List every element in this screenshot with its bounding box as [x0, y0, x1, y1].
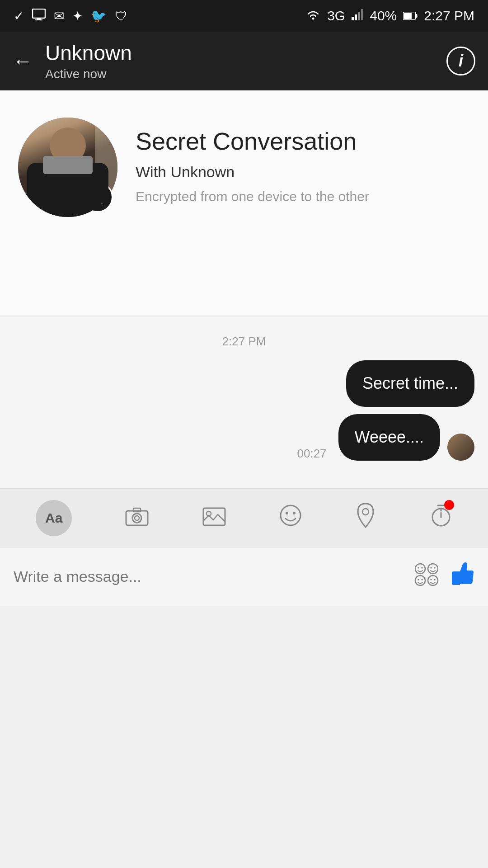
svg-point-32 — [421, 579, 423, 580]
signal-icon — [352, 9, 363, 24]
status-bar-left: ✓ ✉ ✦ 🐦 🛡 — [14, 9, 127, 24]
keyboard-button[interactable]: Aa — [36, 500, 72, 536]
svg-point-35 — [434, 579, 436, 580]
message-bubble-1: Secret time... — [346, 360, 474, 407]
svg-point-3 — [312, 17, 314, 19]
info-icon: i — [459, 52, 463, 71]
emoji-button[interactable] — [279, 504, 302, 532]
input-bar — [0, 547, 488, 606]
avatar — [18, 118, 117, 217]
svg-point-20 — [286, 512, 288, 514]
status-bar: ✓ ✉ ✦ 🐦 🛡 3G — [0, 0, 488, 32]
table-row: Secret time... — [14, 360, 474, 407]
gallery-icon — [202, 505, 226, 532]
battery-text: 40% — [370, 8, 397, 24]
secret-desc: Encrypted from one device to the other — [136, 187, 369, 206]
message-input[interactable] — [14, 561, 403, 593]
table-row: 00:27 Weeee.... — [14, 414, 474, 461]
action-bar: Aa — [0, 488, 488, 547]
settings-icon: ✦ — [72, 9, 83, 24]
svg-point-21 — [293, 512, 296, 514]
svg-rect-1 — [37, 18, 41, 19]
shield-icon: 🛡 — [115, 9, 127, 24]
network-label: 3G — [327, 8, 345, 24]
message-time-2: 00:27 — [297, 447, 327, 461]
svg-point-27 — [428, 564, 438, 574]
svg-rect-7 — [361, 9, 363, 20]
emoji-face-icon — [279, 504, 302, 532]
info-button[interactable]: i — [446, 47, 475, 75]
svg-point-15 — [135, 516, 139, 520]
thumbs-up-button[interactable] — [450, 561, 474, 592]
time-display: 2:27 PM — [424, 8, 474, 24]
secret-card-text: Secret Conversation With Unknown Encrypt… — [136, 118, 369, 206]
emoji-grid-button[interactable] — [414, 562, 439, 591]
screen-icon — [32, 9, 46, 24]
contact-name: Unknown — [45, 41, 446, 65]
header-info: Unknown Active now — [45, 41, 446, 81]
svg-point-33 — [428, 576, 438, 585]
location-icon — [355, 503, 376, 533]
svg-rect-0 — [33, 9, 45, 18]
camera-button[interactable] — [125, 505, 149, 532]
svg-point-29 — [434, 567, 436, 569]
timer-notification-dot — [444, 500, 454, 510]
status-bar-right: 3G 40% 2:27 PM — [305, 8, 474, 24]
svg-rect-4 — [352, 17, 354, 20]
svg-rect-17 — [203, 508, 225, 525]
twitter-icon: 🐦 — [91, 9, 107, 24]
secret-title: Secret Conversation — [136, 127, 369, 156]
secret-card: Secret Conversation With Unknown Encrypt… — [0, 90, 488, 316]
keyboard-icon: Aa — [36, 500, 72, 536]
location-button[interactable] — [355, 503, 376, 533]
contact-status: Active now — [45, 67, 446, 81]
gallery-button[interactable] — [202, 505, 226, 532]
battery-icon — [403, 9, 418, 23]
svg-point-24 — [415, 564, 425, 574]
wifi-icon — [305, 9, 321, 24]
camera-icon — [125, 505, 149, 532]
svg-point-14 — [132, 514, 141, 523]
message-bubble-2: Weeee.... — [338, 414, 440, 461]
app-header: ← Unknown Active now i — [0, 32, 488, 90]
svg-rect-6 — [358, 12, 360, 20]
svg-rect-9 — [416, 14, 418, 18]
svg-rect-10 — [404, 13, 412, 19]
svg-point-25 — [418, 567, 419, 569]
secret-with: With Unknown — [136, 163, 369, 181]
chat-area: Secret Conversation With Unknown Encrypt… — [0, 90, 488, 488]
svg-rect-5 — [355, 14, 357, 20]
svg-rect-2 — [35, 19, 42, 20]
message-timestamp: 2:27 PM — [14, 335, 474, 349]
back-button[interactable]: ← — [13, 51, 33, 71]
svg-point-26 — [421, 567, 423, 569]
messages-section: 2:27 PM Secret time... 00:27 Weeee.... — [0, 316, 488, 488]
svg-point-19 — [281, 505, 300, 525]
mail-icon: ✉ — [54, 9, 64, 24]
svg-rect-16 — [133, 508, 141, 512]
svg-point-31 — [418, 579, 419, 580]
check-icon: ✓ — [14, 9, 24, 24]
avatar-wrapper — [18, 118, 117, 217]
svg-point-30 — [415, 576, 425, 585]
sender-avatar — [447, 434, 474, 461]
timer-button[interactable] — [430, 504, 452, 533]
svg-point-22 — [362, 509, 369, 515]
svg-point-34 — [430, 579, 432, 580]
svg-point-28 — [430, 567, 432, 569]
